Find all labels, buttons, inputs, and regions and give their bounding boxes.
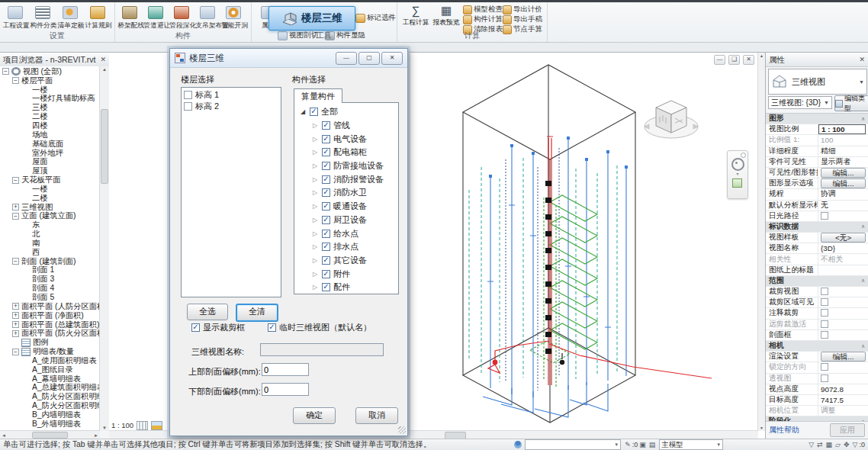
property-row[interactable]: 锁定的方向: [766, 362, 868, 373]
scrollbar-thumb[interactable]: [101, 109, 108, 184]
tree-item[interactable]: ▷ 配件: [294, 281, 398, 294]
tree-expander-icon[interactable]: [23, 140, 30, 147]
collapsed-arrow-icon[interactable]: ▷: [313, 149, 320, 156]
tree-expander-icon[interactable]: [23, 159, 30, 166]
restore-icon[interactable]: ❏: [728, 55, 740, 65]
exclude-options-icon[interactable]: ▽: [809, 441, 814, 448]
collapsed-arrow-icon[interactable]: ▷: [313, 136, 320, 143]
tree-item[interactable]: 天花板平面: [0, 175, 100, 185]
collapsed-arrow-icon[interactable]: ▷: [313, 257, 320, 264]
navbar-options-icon[interactable]: [741, 153, 746, 158]
project-browser-vscrollbar[interactable]: ▲ ▼: [99, 66, 109, 431]
detail-level-icon[interactable]: [137, 421, 148, 430]
close-icon[interactable]: ✕: [381, 52, 403, 65]
checkbox-checked-icon[interactable]: [322, 216, 330, 224]
ribbon-button[interactable]: 支吊架布置: [194, 4, 220, 31]
tree-item[interactable]: ▷ 防雷接地设备: [294, 159, 398, 173]
tree-item[interactable]: ▷ 消防水卫: [294, 186, 398, 200]
property-row[interactable]: 远剪裁激活: [766, 320, 868, 330]
floor-item[interactable]: 标高 2: [182, 101, 281, 112]
floor-3d-button-highlighted[interactable]: 楼层三维: [268, 6, 355, 31]
editing-requests-icon[interactable]: ✎: [625, 441, 631, 448]
tree-item[interactable]: 北: [0, 230, 100, 239]
tree-expander-icon[interactable]: [23, 357, 30, 364]
resize-grip[interactable]: [398, 426, 406, 434]
collapsed-arrow-icon[interactable]: ▷: [313, 271, 320, 278]
tree-expander-icon[interactable]: [12, 339, 19, 346]
scroll-up-icon[interactable]: ▲: [758, 53, 765, 58]
visual-style-icon[interactable]: [151, 421, 162, 430]
navigation-bar[interactable]: ▾: [727, 150, 748, 199]
tree-item[interactable]: 四楼: [0, 121, 100, 130]
type-selector[interactable]: 三维视图 ▼: [768, 69, 867, 95]
select-underlay-icon[interactable]: ✥: [844, 441, 850, 448]
tree-item[interactable]: B_外墙明细表: [0, 419, 100, 429]
property-row[interactable]: 注释裁剪: [766, 308, 868, 319]
tree-expander-icon[interactable]: [23, 239, 30, 246]
tree-expander-icon[interactable]: [12, 330, 19, 337]
tree-expander-icon[interactable]: [23, 231, 30, 238]
property-row[interactable]: 图纸上的标题: [766, 265, 868, 276]
tree-expander-icon[interactable]: [12, 177, 19, 184]
apply-button[interactable]: 应用: [830, 423, 865, 437]
tree-expander-icon[interactable]: [23, 131, 30, 138]
ribbon-button[interactable]: 工程设置: [2, 4, 29, 31]
tree-expander-icon[interactable]: [23, 375, 30, 382]
collapsed-arrow-icon[interactable]: ▷: [313, 203, 320, 210]
view-scale[interactable]: 1 : 100: [111, 421, 133, 429]
checkbox-checked-icon[interactable]: [322, 270, 330, 278]
checkbox-checked-icon[interactable]: [322, 148, 330, 156]
floor-list[interactable]: 标高 1 标高 2: [181, 87, 281, 297]
tree-expander-icon[interactable]: [23, 168, 30, 175]
collapsed-arrow-icon[interactable]: ▷: [313, 230, 320, 237]
top-offset-input[interactable]: [262, 363, 309, 376]
scroll-up-icon[interactable]: ▲: [100, 67, 109, 72]
tree-expander-icon[interactable]: [23, 122, 30, 129]
tree-item[interactable]: 东: [0, 220, 100, 230]
ribbon-button[interactable]: 清单定额: [56, 4, 84, 31]
property-row[interactable]: 零件可见性 显示两者: [766, 157, 868, 168]
tree-item[interactable]: 南: [0, 239, 100, 248]
ribbon-button[interactable]: 管道避让: [143, 4, 169, 31]
cancel-button[interactable]: 取消: [355, 407, 398, 424]
property-row[interactable]: 图形显示选项 编辑...: [766, 178, 868, 189]
tree-expander-icon[interactable]: [2, 68, 9, 75]
tree-expander-icon[interactable]: [23, 222, 30, 229]
collapsed-arrow-icon[interactable]: ▷: [313, 176, 320, 183]
tree-expander-icon[interactable]: [23, 185, 30, 192]
tree-expander-icon[interactable]: [12, 303, 19, 310]
tag-select-button[interactable]: 标记选件: [355, 13, 396, 23]
calc-small-button[interactable]: 导出手稿: [503, 14, 542, 24]
checkbox-checked-icon[interactable]: [310, 108, 318, 116]
checkbox-checked-icon[interactable]: [322, 135, 330, 143]
collapsed-arrow-icon[interactable]: ▷: [313, 243, 320, 250]
maximize-icon[interactable]: ▢: [358, 52, 380, 65]
tree-expander-icon[interactable]: [23, 403, 30, 410]
press-drag-icon[interactable]: ⇄: [817, 441, 823, 448]
collapsed-arrow-icon[interactable]: ▷: [313, 284, 320, 291]
property-row[interactable]: 图形: [766, 114, 868, 124]
checkbox-checked-icon[interactable]: [322, 121, 330, 130]
checkbox-checked-icon[interactable]: [322, 230, 330, 238]
background-process-icon[interactable]: ▦: [826, 441, 833, 448]
close-icon[interactable]: ✕: [743, 55, 754, 65]
scrollbar-thumb[interactable]: [32, 432, 68, 439]
close-icon[interactable]: ✕: [100, 53, 106, 66]
edit-type-button[interactable]: 编辑类型: [834, 95, 868, 111]
show-crop-checkbox[interactable]: 显示裁剪框: [191, 322, 245, 333]
chevron-down-icon[interactable]: ▾: [728, 171, 747, 176]
component-tree[interactable]: ◢ 全部 ▷ 管线 ▷ 电气设备: [294, 102, 399, 294]
checkbox-checked-icon[interactable]: [322, 162, 330, 170]
tree-item[interactable]: ▷ 厨卫设备: [294, 214, 398, 227]
property-row[interactable]: 视图样板 <无>: [766, 233, 868, 243]
scroll-down-icon[interactable]: ▼: [100, 426, 109, 430]
checkbox-checked-icon[interactable]: [322, 202, 330, 211]
property-row[interactable]: 标识数据: [766, 222, 868, 233]
dialog-titlebar[interactable]: 楼层三维 — ▢ ✕: [170, 49, 407, 68]
property-row[interactable]: 相机: [766, 341, 868, 352]
worksets-icon[interactable]: [514, 441, 522, 448]
tree-expander-icon[interactable]: [23, 366, 30, 373]
calc-small-button[interactable]: 导出计价: [503, 5, 542, 14]
checkbox-unchecked-icon[interactable]: [184, 102, 192, 111]
property-row[interactable]: 视图名称 {3D}: [766, 243, 868, 254]
